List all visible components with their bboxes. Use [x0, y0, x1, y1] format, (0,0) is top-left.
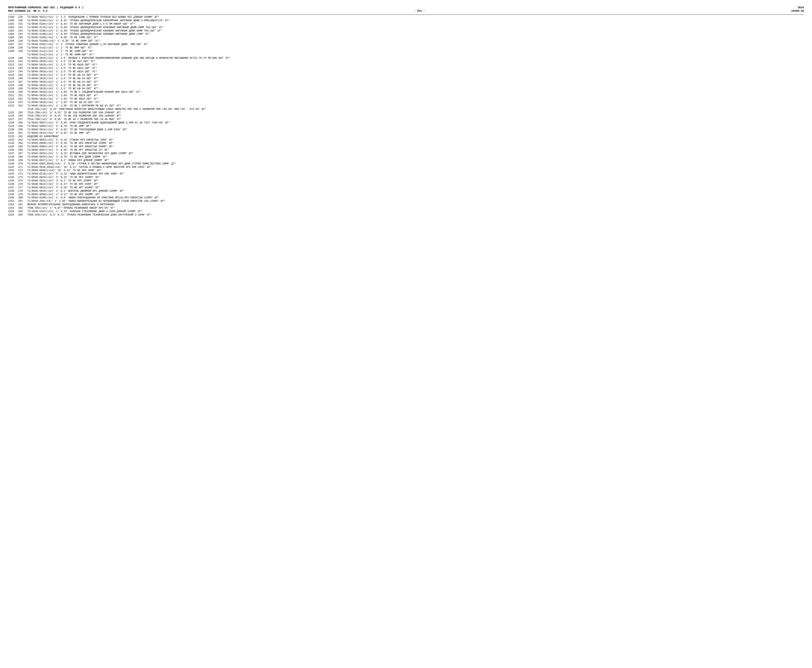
row-num2: 277 [18, 186, 27, 189]
table-row: 1203233Т1/0б46-5108(=14)' 1' 0,39' ТРУБК… [8, 29, 804, 33]
header-top: ПРОГРАММНЫЙ КОМПЛЕКС АВС-ЗЕС ( РЕДАКЦИЯ … [8, 6, 804, 9]
row-desc: Т508-465(=14)' 1' 0,07' ПРОБКА РЕЗИНОВАЯ… [27, 206, 804, 210]
header-code: 3624 [798, 6, 804, 9]
row-desc: Т1/0б46-5019(=14)' 1' 2,5' ТО ЖЕ КШ14-2Ш… [27, 70, 804, 73]
row-num1: 1212 [8, 63, 18, 67]
row-num2: 269 [18, 159, 27, 162]
row-desc: Т1/0б40-2б0(=14)' 1' 1,85' ЧАШКА ВЫПАРИТ… [27, 200, 804, 203]
header-subtitle-right: 22699-30 [791, 10, 804, 13]
row-num2: 279 [18, 193, 27, 196]
table-row: 1214244Т1/0б46-5019(=14)' 1' 2,5' ТО ЖЕ … [8, 70, 804, 73]
table-row: 1233263Т1/0б46-б003(=14)' 5' 0,15' СТАКА… [8, 139, 804, 142]
table-row: 1247277Т1/0б46-б023(=14)' 3' 0,55' ТО ЖЕ… [8, 186, 804, 189]
row-num2: 266 [18, 149, 27, 152]
row-num2: 249 [18, 87, 27, 90]
row-num2: 245 [18, 73, 27, 77]
table-row: 1239269Т1/0б46-б027(=14)' 1' 0,2' ЛОЖКА … [8, 159, 804, 162]
table-row: 1221251Т1/0б46-5018(=14)' 1' 1,65' ТО ЖЕ… [8, 94, 804, 97]
table-row: 1242272Т1/0б46-б040/(=14)' 10' 0,13' ТО … [8, 169, 804, 172]
row-num1: 1234 [8, 142, 18, 145]
table-row: 1235265Т1/0б46-б006(=14)' 5' 0,31' ТО ЖЕ… [8, 145, 804, 149]
row-num1: 1206 [8, 39, 18, 43]
page-container: ПРОГРАММНЫЙ КОМПЛЕКС АВС-ЗЕС ( РЕДАКЦИЯ … [8, 6, 804, 217]
row-num1: 1216 [8, 77, 18, 80]
table-row: 1219249Т1/0б46-5019(=14)' 1' 2,5' ТО ЖЕ … [8, 87, 804, 90]
row-desc: Т510-7б0(=14)' 0' 0,55' ТО ЖЕ 40 С РАЗМЕ… [27, 118, 804, 121]
table-row: 1200230Т1/0б46-5184(=14)' 1' 0,41' ТРУБК… [8, 19, 804, 22]
row-desc: Т1/0б46-5зо2(=14)' 1' 1' ТО ЖЕ 24ММ-5ШТ'… [27, 50, 804, 53]
row-num2: 246 [18, 77, 27, 80]
row-desc: Т1/0б46-5018(=14)' 1' 1,65' ТО ЖЕ С СОЕД… [27, 90, 804, 94]
table-row: 1220250Т1/0б46-5018(=14)' 1' 1,65' ТО ЖЕ… [8, 90, 804, 94]
table-row: 1228258Т1/0б46-5007(=14)' 5' 6,66' КРАН … [8, 121, 804, 125]
row-num2: 244 [18, 70, 27, 73]
row-num2: 243 [18, 67, 27, 70]
row-desc: Т1/0б40-б022(=14)' 3' 0,37' ТО ЖЕ НРб 45… [27, 183, 804, 186]
table-row: 1232262ИЗДЕЛИЯ ИЗ КАРФУРВНА* [8, 135, 804, 139]
row-desc: Т1/0б46-5018(=14)' 1' 1,65' ТО ЖЕ С БУРТ… [27, 104, 804, 108]
row-num2: 260 [18, 128, 27, 132]
header-subtitle-center: - 251 - [414, 10, 425, 13]
row-num2: 271 [18, 165, 27, 169]
row-num1: 1230 [8, 128, 18, 132]
row-num2: 261 [18, 132, 27, 135]
header-subtitle-left: 903-1250БАЛ.24, ЛН.3, Ч.2 [8, 10, 47, 13]
table-row: 1229259Т1/0б46-5008(=14)' 5' 0,78' ТО ЖЕ… [8, 125, 804, 128]
row-num2: 231 [18, 22, 27, 26]
row-desc: МЕЛКОЕ ВСПОМОГАТЕЛЬНОЕ ОБОРУДОВАНИЕ,ИНВЕ… [27, 203, 804, 206]
row-desc: Т1/0646-5168R(=14)' 1' 0,39' ТО ЖЕ 40ММ-… [27, 39, 804, 43]
row-num1: 1229 [8, 125, 18, 128]
data-table: 1199229Т1/0646-5021(=14)' 1' 1,2' ХОЛОДИ… [8, 15, 804, 217]
table-row: 1204234Т1/0б46-5168(=14)' 1' 0,39' ТРУБК… [8, 33, 804, 36]
row-desc: Т1/0б46-5зо2(=14)' 1' 1' ТО ЖЕ 8ММ-5ШТ' … [27, 46, 804, 50]
row-num1: 1252 [8, 203, 18, 206]
row-num1: 1238 [8, 155, 18, 159]
row-desc: Т1/0б46-б119(=14)' 5' 0,12' ЧАША ВЫПАРИТ… [27, 172, 804, 176]
row-num1: 1240 [8, 162, 18, 165]
row-desc: Т510-701(=14)' 0,25' ПЛАСТИНКА НОРИСТАЯ … [27, 108, 804, 111]
table-row: 1245275Т1/0б40-б021(=14)' 3' 0,2' ТО ЖЕ … [8, 179, 804, 183]
row-num2: 256 [18, 114, 27, 118]
row-num2: 278 [18, 189, 27, 193]
row-num2: 255 [18, 111, 27, 115]
row-num2: 230 [18, 19, 27, 22]
row-num1: 1245 [8, 179, 18, 183]
row-num1: 1255 [8, 213, 18, 217]
row-desc: Т1/0646-5021(=14)' 1' 1,2' ХОЛОДИЛЬНИК С… [27, 15, 804, 19]
row-desc: Т1/0646-5168(=14)' 1' 0,39' ТО ЖЕ 24ММ-2… [27, 36, 804, 39]
row-num1: 1220 [8, 90, 18, 94]
row-num2: 242 [18, 63, 27, 67]
row-num1: 1203 [8, 29, 18, 33]
row-num2: 262 [18, 135, 27, 139]
row-num1: 1232 [8, 135, 18, 139]
row-desc: Т1/0б46-5108(=14)' 1' 0,39' ТРУБКА ЦИЛИН… [27, 29, 804, 33]
table-row: 1243273Т1/0б46-б119(=14)' 5' 0,12' ЧАША … [8, 172, 804, 176]
row-desc: ИЗДЕЛИЯ ИЗ КАРФУРВНА* [27, 135, 804, 139]
row-num1: 1254 [8, 210, 18, 213]
row-desc: Т1/0б46-б028(=14)' 1' 0,1' ШПАТЕЛЬ ДВОЙН… [27, 189, 804, 193]
row-num1: 1253 [8, 206, 18, 210]
row-desc: Т510-7б0(=14)' 0' 0,25' ТО ЖЕ 250 РАЗМЕР… [27, 111, 804, 115]
table-row: 1237267Т1/0б46-б053(=14)' 1' 0,23' ВСТАВ… [8, 152, 804, 155]
row-desc: Т1/0б46-б055(=14)' 1' 0,78' ТО ЖЕ НР4 ДИ… [27, 155, 804, 159]
row-num2: 276 [18, 183, 27, 186]
row-desc: Т1/0б46-б026(=14)' 5' 0,15' ТО ЖЕ НРЗ 10… [27, 176, 804, 179]
table-row: 1227257Т510-7б0(=14)' 0' 0,55' ТО ЖЕ 40 … [8, 118, 804, 121]
row-num2: 265 [18, 213, 27, 217]
row-desc: Т1/2б40-5167(=14)' 1' 0,33' ПОЛОЧКИ СТЕК… [27, 210, 804, 213]
row-num2: 275 [18, 179, 27, 183]
table-row: 1226256Т510-7б0(=14)' 0' 0,25' ТО ЖЕ 160… [8, 114, 804, 118]
table-row: 1199229Т1/0646-5021(=14)' 1' 1,2' ХОЛОДИ… [8, 15, 804, 19]
table-row: 1209239Т1/0б46-5зо2(=14)' 1' 1' ТО ЖЕ 24… [8, 50, 804, 53]
row-desc: Т1/0б46-5019(=14)' 1' 2,5' ТО ЖЕ КШ-29-2… [27, 84, 804, 87]
row-num1: 1219 [8, 87, 18, 90]
row-num2: 234 [18, 33, 27, 36]
table-row: 1248278Т1/0б46-б028(=14)' 1' 0,1' ШПАТЕЛ… [8, 189, 804, 193]
row-num2: 235 [18, 36, 27, 39]
row-num1: 1224 [8, 104, 18, 108]
row-num1: 1214 [8, 70, 18, 73]
row-num2: 229 [18, 15, 27, 19]
row-num1: 1200 [8, 19, 18, 22]
row-num2: 254 [18, 104, 27, 108]
row-desc: Т1/0646-5176(=14)' 1' 0,28' ТРУБКА ЦИЛИН… [27, 26, 804, 29]
